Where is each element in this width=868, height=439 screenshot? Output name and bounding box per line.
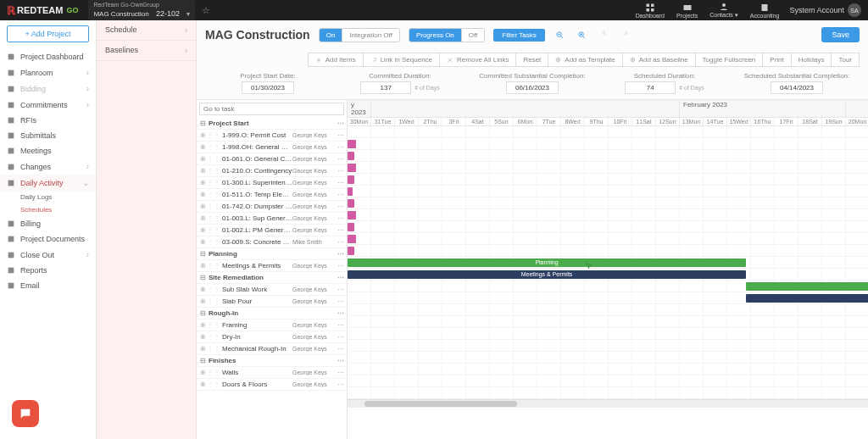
gantt-row[interactable]: Sub Slab Wo <box>348 292 868 304</box>
collapse-icon[interactable]: ⊟ <box>198 357 207 364</box>
tb-fullscreen[interactable]: Toggle Fullscreen <box>695 53 764 67</box>
gantt-row[interactable]: Planning <box>348 257 868 269</box>
drag-handle-icon[interactable]: ⋮⋮ <box>207 191 214 198</box>
tb-add-template[interactable]: ⊕Add as Template <box>548 53 622 67</box>
nav-project-dashboard[interactable]: Project Dashboard <box>0 49 96 64</box>
project-selector[interactable]: RedTeam Go-OwnGroup MAG Construction 22-… <box>88 0 195 19</box>
expand-icon[interactable]: ⊕ <box>198 203 207 210</box>
more-icon[interactable]: ⋯ <box>337 286 345 293</box>
gantt-row[interactable] <box>348 281 868 292</box>
more-icon[interactable]: ⋯ <box>337 381 345 388</box>
task-row[interactable]: ⊟Site Remediation⋯ <box>197 272 347 284</box>
gantt-bar[interactable] <box>348 223 354 231</box>
task-row[interactable]: ⊕⋮⋮01-300.L: SuperintendentGeorge Keys⋯ <box>197 177 347 189</box>
star-icon[interactable]: ☆ <box>202 5 210 16</box>
task-row[interactable]: ⊟Planning⋯ <box>197 248 347 260</box>
task-row[interactable]: ⊕⋮⋮1-999.O: Permit CostGeorge Keys⋯ <box>197 130 347 142</box>
nav-accounting[interactable]: Accounting <box>750 3 780 19</box>
scrollbar-thumb[interactable] <box>364 401 517 407</box>
task-row[interactable]: ⊕⋮⋮01-210.O: ContingencyGeorge Keys⋯ <box>197 165 347 177</box>
drag-handle-icon[interactable]: ⋮⋮ <box>207 143 214 151</box>
more-icon[interactable]: ⋯ <box>337 119 345 127</box>
task-row[interactable]: ⊕⋮⋮03-009.S: Concrete PumpingMike Smith⋯ <box>197 236 347 248</box>
tb-holidays[interactable]: Holidays <box>791 53 832 67</box>
more-icon[interactable]: ⋯ <box>337 357 345 364</box>
more-icon[interactable]: ⋯ <box>337 155 345 163</box>
tb-print[interactable]: Print <box>762 53 791 67</box>
tb-remove-links[interactable]: Remove All Links <box>439 53 516 67</box>
expand-icon[interactable]: ⊕ <box>198 167 207 175</box>
gantt-row[interactable] <box>348 316 868 328</box>
more-icon[interactable]: ⋯ <box>337 333 345 341</box>
expand-icon[interactable]: ⊕ <box>198 381 207 388</box>
gantt-bar[interactable] <box>348 211 356 220</box>
more-icon[interactable]: ⋯ <box>337 191 345 198</box>
more-icon[interactable]: ⋯ <box>337 309 345 317</box>
expand-icon[interactable]: ⊕ <box>198 333 207 341</box>
task-row[interactable]: ⊕⋮⋮Slab PourGeorge Keys⋯ <box>197 296 347 308</box>
expand-icon[interactable]: ⊕ <box>198 155 207 163</box>
system-account[interactable]: System Account SA <box>789 3 861 17</box>
nav-changes[interactable]: Changes <box>0 158 96 175</box>
nav-projects[interactable]: Projects <box>676 3 698 19</box>
drag-handle-icon[interactable]: ⋮⋮ <box>207 131 214 139</box>
nav-close-out[interactable]: Close Out <box>0 247 96 263</box>
tb-add-items[interactable]: Add Items <box>308 53 364 67</box>
more-icon[interactable]: ⋯ <box>337 143 345 151</box>
drag-handle-icon[interactable]: ⋮⋮ <box>207 369 214 376</box>
drag-handle-icon[interactable]: ⋮⋮ <box>207 226 214 234</box>
zoom-in-icon[interactable] <box>576 28 589 42</box>
drag-handle-icon[interactable]: ⋮⋮ <box>207 214 214 222</box>
task-row[interactable]: ⊕⋮⋮01-511.O: Temp ElectricalGeorge Keys⋯ <box>197 189 347 201</box>
gantt-row[interactable]: Meetings & Permits <box>348 269 868 281</box>
gantt-bar[interactable] <box>348 140 356 148</box>
nav-email[interactable]: Email <box>0 278 96 293</box>
gantt-bar[interactable] <box>348 152 354 160</box>
save-button[interactable]: Save <box>821 27 860 42</box>
task-row[interactable]: ⊟Finishes⋯ <box>197 355 347 367</box>
nav-rfis[interactable]: RFIs <box>0 113 96 128</box>
gantt-row[interactable] <box>348 233 868 245</box>
gantt-row[interactable] <box>348 387 868 399</box>
more-icon[interactable]: ⋯ <box>337 321 345 329</box>
expand-icon[interactable]: ⊕ <box>198 369 207 376</box>
drag-handle-icon[interactable]: ⋮⋮ <box>207 286 214 293</box>
nav-commitments[interactable]: Commitments <box>0 97 96 113</box>
expand-icon[interactable]: ⊕ <box>198 297 207 305</box>
integration-on[interactable]: On <box>320 29 343 42</box>
nav-submittals[interactable]: Submittals <box>0 128 96 143</box>
gantt-chart[interactable]: y 2023February 2023 30Mon31Tue1Wed2Thu3F… <box>348 100 868 439</box>
drag-handle-icon[interactable]: ⋮⋮ <box>207 238 214 246</box>
gantt-bar[interactable]: Planning <box>348 258 746 267</box>
tb-link[interactable]: Link in Sequence <box>363 53 440 67</box>
integration-off[interactable]: Integration Off <box>342 29 399 42</box>
nav-dashboard[interactable]: Dashboard <box>636 3 665 19</box>
nav-planroom[interactable]: Planroom <box>0 64 96 81</box>
gantt-bar[interactable] <box>746 282 868 291</box>
horizontal-scrollbar[interactable] <box>348 399 868 408</box>
tb-add-baseline[interactable]: ⊕Add as Baseline <box>622 53 696 67</box>
filter-tasks-button[interactable]: Filter Tasks <box>493 29 544 42</box>
more-icon[interactable]: ⋯ <box>337 167 345 175</box>
more-icon[interactable]: ⋯ <box>337 262 345 270</box>
drag-handle-icon[interactable]: ⋮⋮ <box>207 262 214 270</box>
gantt-row[interactable] <box>348 138 868 150</box>
expand-icon[interactable]: ⊕ <box>198 214 207 222</box>
sidebar-schedule[interactable]: Schedule <box>97 20 196 41</box>
gantt-row[interactable] <box>348 186 868 197</box>
collapse-icon[interactable]: ⊟ <box>198 250 207 258</box>
expand-icon[interactable]: ⊕ <box>198 262 207 270</box>
gantt-row[interactable] <box>348 209 868 221</box>
more-icon[interactable]: ⋯ <box>337 345 345 353</box>
progress-off[interactable]: Off <box>462 29 485 42</box>
undo-icon[interactable] <box>598 28 611 42</box>
more-icon[interactable]: ⋯ <box>337 297 345 305</box>
gantt-row[interactable] <box>348 126 868 138</box>
add-project-button[interactable]: + Add Project <box>7 25 89 42</box>
collapse-icon[interactable]: ⊟ <box>198 309 207 317</box>
drag-handle-icon[interactable]: ⋮⋮ <box>207 155 214 163</box>
task-row[interactable]: ⊕⋮⋮1-998.OH: General CostsGeorge Keys⋯ <box>197 142 347 153</box>
gantt-row[interactable] <box>348 150 868 162</box>
task-row[interactable]: ⊕⋮⋮WallsGeorge Keys⋯ <box>197 367 347 379</box>
expand-icon[interactable]: ⊕ <box>198 179 207 186</box>
